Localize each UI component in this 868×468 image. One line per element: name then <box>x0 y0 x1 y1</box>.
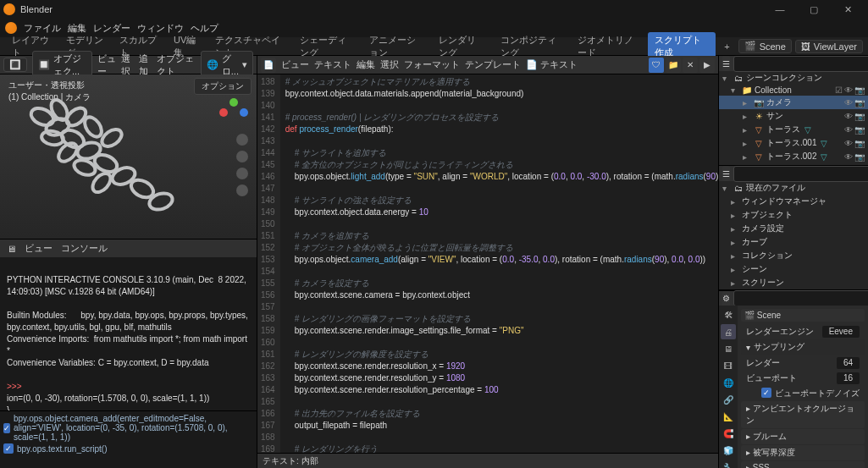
outliner-filter[interactable] <box>733 56 868 72</box>
file-item[interactable]: ▸コレクション <box>719 249 868 262</box>
property-tab[interactable]: 🧊 <box>721 443 736 458</box>
outliner-item[interactable]: ▸▽トーラス▽👁📷 <box>719 123 868 136</box>
viewport-menu[interactable]: ビュー <box>97 52 117 78</box>
camera-icon[interactable] <box>236 168 248 179</box>
info-log: bpy.ops.object.camera_add(enter_editmode… <box>14 414 253 442</box>
collection[interactable]: Collection <box>755 85 792 95</box>
zoom-icon[interactable] <box>236 134 248 146</box>
scene-selector[interactable]: 🎬 Scene <box>738 39 792 53</box>
texteditor-menu[interactable]: ビュー <box>281 58 309 71</box>
info-area: ✓bpy.ops.object.camera_add(enter_editmod… <box>0 410 257 468</box>
python-console[interactable]: PYTHON INTERACTIVE CONSOLE 3.10.9 (main,… <box>0 257 257 410</box>
outliner-item[interactable]: ▸▽トーラス.001▽👁📷 <box>719 136 868 150</box>
property-tab[interactable]: 🎞 <box>721 358 736 373</box>
camera-icon[interactable]: 📷 <box>854 98 865 107</box>
eye-icon[interactable]: 👁 <box>844 139 853 148</box>
texteditor-menu[interactable]: 編集 <box>357 58 375 71</box>
svg-point-10 <box>81 114 105 140</box>
outliner-item[interactable]: ▸☀サン👁📷 <box>719 109 868 123</box>
props-filter[interactable] <box>733 290 868 306</box>
run-script-button[interactable]: ▶ <box>699 58 715 73</box>
texteditor-menu[interactable]: フォーマット <box>404 58 460 71</box>
texteditor-menu[interactable]: テンプレート <box>465 58 521 71</box>
property-tab[interactable]: 🧲 <box>721 426 736 441</box>
property-tab[interactable]: 🖥 <box>721 341 736 356</box>
property-panel[interactable]: ▸ ブルーム <box>741 429 865 444</box>
texteditor-header: 📄 ビュー テキスト 編集 選択 フォーマット テンプレート 📄 テキスト 🛡 … <box>257 56 718 74</box>
grid-icon[interactable] <box>236 184 248 196</box>
move-icon[interactable] <box>236 151 248 162</box>
file-item[interactable]: ▸ウィンドウマネージャ <box>719 195 868 208</box>
console-menu[interactable]: コンソール <box>61 242 108 255</box>
editor-type-icon[interactable]: 📄 <box>261 58 276 73</box>
editor-type-icon[interactable]: ☰ <box>722 56 730 71</box>
shield-icon[interactable]: 🛡 <box>649 58 664 73</box>
texteditor-menu[interactable]: テキスト <box>314 58 351 71</box>
current-file[interactable]: 現在のファイル <box>746 182 805 194</box>
nav-gizmo[interactable] <box>219 98 248 127</box>
render-samples[interactable]: 64 <box>837 357 860 369</box>
denoise-checkbox[interactable]: ✓ <box>761 388 771 398</box>
denoise-label: ビューポートデノイズ <box>775 388 860 399</box>
file-item[interactable]: ▸カーブ <box>719 235 868 249</box>
editor-type-icon[interactable]: ⚙ <box>722 291 730 306</box>
text-editor[interactable]: 138 139 140 141 142 143 144 145 146 147 … <box>257 74 718 453</box>
viewport-samples[interactable]: 16 <box>837 372 860 384</box>
eye-icon[interactable]: 👁 <box>844 112 853 121</box>
camera-icon[interactable]: 📷 <box>854 125 865 135</box>
scene-collection[interactable]: シーンコレクション <box>746 72 822 84</box>
property-tab[interactable]: 🛠 <box>721 307 736 322</box>
minimize-button[interactable]: — <box>763 0 797 19</box>
viewport-menu[interactable]: 選択 <box>121 52 134 78</box>
texteditor-menu[interactable]: 選択 <box>380 58 399 71</box>
text-selector[interactable]: 📄 テキスト <box>526 58 578 71</box>
viewport-menu[interactable]: オブジェクト <box>157 52 195 78</box>
camera-icon[interactable]: 📷 <box>854 152 865 162</box>
file-item[interactable]: ▸カメラ設定 <box>719 222 868 235</box>
file-item[interactable]: ▸シーン <box>719 262 868 276</box>
maximize-button[interactable]: ▢ <box>797 0 831 19</box>
property-tab[interactable]: 🖨 <box>721 324 736 339</box>
scene-breadcrumb[interactable]: 🎬 Scene <box>741 309 865 322</box>
editor-type-icon[interactable]: ☰ <box>722 166 730 181</box>
property-panel[interactable]: ▸ 被写界深度 <box>741 445 865 460</box>
property-tab[interactable]: 📐 <box>721 409 736 424</box>
engine-selector[interactable]: Eevee <box>822 326 860 338</box>
editor-type-icon[interactable]: 🖥 <box>7 244 16 254</box>
eye-icon[interactable]: 👁 <box>844 98 853 107</box>
outliner-item[interactable]: ▸▽トーラス.002▽👁📷 <box>719 150 868 163</box>
viewport-samples-label: ビューポート <box>746 372 797 384</box>
view-menu[interactable]: ビュー <box>25 242 53 255</box>
close-icon[interactable]: ✕ <box>683 58 698 73</box>
viewlayer-selector[interactable]: 🖼 ViewLayer <box>795 40 863 53</box>
file-item[interactable]: ▸オブジェクト <box>719 208 868 222</box>
property-tab[interactable]: 🔗 <box>721 392 736 407</box>
workspace-tab[interactable]: + <box>717 40 736 53</box>
folder-icon[interactable]: 📁 <box>666 58 681 73</box>
property-panel[interactable]: ▸ SSS <box>741 461 865 468</box>
file-filter[interactable] <box>733 166 868 182</box>
property-tab[interactable]: 🌐 <box>721 375 736 390</box>
viewport-header: 🔳 🔲 オブジェク... ビュー 選択 追加 オブジェクト 🌐 グロ... ▾ <box>0 56 257 74</box>
close-button[interactable]: ✕ <box>831 0 865 19</box>
engine-label: レンダーエンジン <box>746 326 814 338</box>
file-item[interactable]: ▸スクリーン <box>719 276 868 289</box>
property-panel[interactable]: ▸ アンビエントオクルージョン <box>741 401 865 428</box>
outliner-item[interactable]: ▸📷カメラ👁📷 <box>719 96 868 109</box>
camera-icon[interactable]: 📷 <box>854 85 865 95</box>
viewport-menu[interactable]: 追加 <box>139 52 152 78</box>
eye-icon[interactable]: 👁 <box>844 85 853 95</box>
camera-icon[interactable]: 📷 <box>854 139 865 148</box>
3d-viewport[interactable]: オプション ユーザー・透視投影 (1) Collection | カメラ <box>0 74 257 239</box>
titlebar: Blender — ▢ ✕ <box>0 0 868 19</box>
property-tab[interactable]: 🔧 <box>721 460 736 468</box>
eye-icon[interactable]: 👁 <box>844 152 853 162</box>
editor-type-icon[interactable]: 🔳 <box>3 58 27 72</box>
eye-icon[interactable]: 👁 <box>844 125 853 135</box>
camera-icon[interactable]: 📷 <box>854 112 865 121</box>
info-log: bpy.ops.text.run_script() <box>17 444 108 454</box>
checkbox-icon[interactable]: ☑ <box>835 85 843 95</box>
viewport-footer: 🖥 ビュー コンソール <box>0 239 257 257</box>
properties: 🛠🖨🖥🎞🌐🔗📐🧲🧊🔧⚛🎨✨ 🎬 Scene レンダーエンジンEevee ▾ サン… <box>719 306 868 468</box>
panel-sampling[interactable]: ▾ サンプリング <box>741 339 865 355</box>
